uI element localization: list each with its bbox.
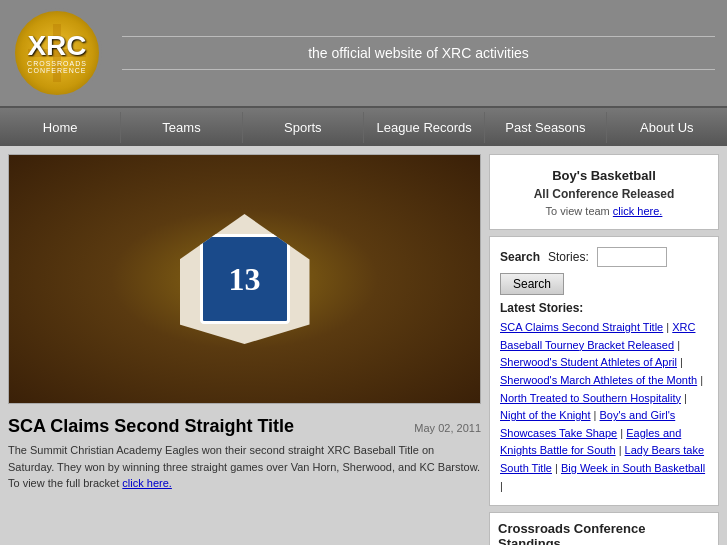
page-content: 13 SCA Claims Second Straight Title May … xyxy=(0,146,727,545)
article-title: SCA Claims Second Straight Title xyxy=(8,416,294,437)
latest-link-2[interactable]: Sherwood's Student Athletes of April xyxy=(500,356,677,368)
logo: XRC CROSSROADSCONFERENCE xyxy=(12,8,102,98)
navigation: Home Teams Sports League Records Past Se… xyxy=(0,108,727,146)
search-box: Search Stories: Search Latest Stories: S… xyxy=(489,236,719,506)
eagle-logo: 13 xyxy=(200,234,290,324)
article-body-text: The Summit Christian Academy Eagles won … xyxy=(8,444,480,489)
featured-click-here[interactable]: click here. xyxy=(613,205,663,217)
featured-box: Boy's Basketball All Conference Released… xyxy=(489,154,719,230)
article-body: The Summit Christian Academy Eagles won … xyxy=(8,442,481,492)
article-image: 13 xyxy=(8,154,481,404)
latest-stories-title: Latest Stories: xyxy=(500,301,708,315)
featured-link-text: To view team click here. xyxy=(502,205,706,217)
header-lines: the official website of XRC activities xyxy=(122,36,715,70)
logo-area[interactable]: XRC CROSSROADSCONFERENCE xyxy=(12,8,122,98)
home-plate: 13 xyxy=(180,214,310,344)
nav-league-records[interactable]: League Records xyxy=(364,112,485,143)
article-read-more-link[interactable]: click here. xyxy=(122,477,172,489)
stories-label: Stories: xyxy=(548,250,589,264)
search-row: Search Stories: xyxy=(500,247,708,267)
nav-about[interactable]: About Us xyxy=(607,112,727,143)
stories-input[interactable] xyxy=(597,247,667,267)
search-button[interactable]: Search xyxy=(500,273,564,295)
nav-past-seasons[interactable]: Past Seasons xyxy=(485,112,606,143)
site-header: XRC CROSSROADSCONFERENCE the official we… xyxy=(0,0,727,108)
eagle-number: 13 xyxy=(229,261,261,298)
standings-box: Crossroads Conference Standings Baseball… xyxy=(489,512,719,545)
latest-stories-list: SCA Claims Second Straight Title | XRC B… xyxy=(500,319,708,495)
standings-title: Crossroads Conference Standings xyxy=(498,521,710,545)
article-date: May 02, 2011 xyxy=(414,422,481,434)
nav-home[interactable]: Home xyxy=(0,112,121,143)
left-column: 13 SCA Claims Second Straight Title May … xyxy=(8,154,481,545)
featured-subtitle: All Conference Released xyxy=(502,187,706,201)
featured-subtitle-text: All Conference Released xyxy=(534,187,675,201)
tagline-text: the official website of XRC activities xyxy=(308,45,529,61)
header-tagline: the official website of XRC activities xyxy=(122,36,715,70)
latest-link-0[interactable]: SCA Claims Second Straight Title xyxy=(500,321,663,333)
latest-link-5[interactable]: Night of the Knight xyxy=(500,409,591,421)
featured-desc: To view team xyxy=(546,205,610,217)
right-column: Boy's Basketball All Conference Released… xyxy=(489,154,719,545)
search-label: Search xyxy=(500,250,540,264)
latest-link-4[interactable]: North Treated to Southern Hospitality xyxy=(500,392,681,404)
logo-text: XRC xyxy=(27,32,86,60)
nav-teams[interactable]: Teams xyxy=(121,112,242,143)
nav-sports[interactable]: Sports xyxy=(243,112,364,143)
featured-title: Boy's Basketball xyxy=(502,167,706,185)
article-header: SCA Claims Second Straight Title May 02,… xyxy=(8,408,481,438)
logo-subtext: CROSSROADSCONFERENCE xyxy=(27,60,87,74)
baseball-background: 13 xyxy=(9,155,480,403)
latest-link-9[interactable]: Big Week in South Basketball xyxy=(561,462,705,474)
latest-link-3[interactable]: Sherwood's March Athletes of the Month xyxy=(500,374,697,386)
